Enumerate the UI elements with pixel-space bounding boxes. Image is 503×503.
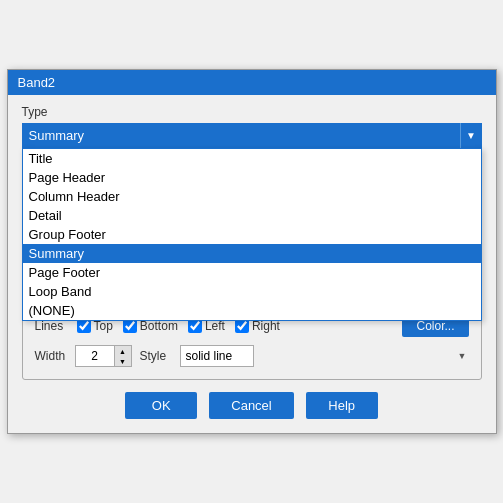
frame-left-label[interactable]: Left (205, 319, 225, 333)
width-input[interactable] (75, 345, 115, 367)
window-title: Band2 (18, 75, 56, 90)
lines-label: Lines (35, 319, 67, 333)
spinner-up-button[interactable]: ▲ (115, 346, 131, 356)
dropdown-item-page-footer[interactable]: Page Footer (23, 263, 481, 282)
ok-button[interactable]: OK (125, 392, 197, 419)
dropdown-item-title[interactable]: Title (23, 149, 481, 168)
cancel-button[interactable]: Cancel (209, 392, 293, 419)
width-style-row: Width ▲ ▼ Style solid line dashed line d… (35, 345, 469, 367)
dropdown-item-group-footer[interactable]: Group Footer (23, 225, 481, 244)
dropdown-item-summary[interactable]: Summary (23, 244, 481, 263)
frame-bottom-label[interactable]: Bottom (140, 319, 178, 333)
frame-bottom-checkbox[interactable] (123, 319, 137, 333)
width-label: Width (35, 349, 67, 363)
help-button[interactable]: Help (306, 392, 378, 419)
type-dropdown-list: Title Page Header Column Header Detail G… (22, 148, 482, 321)
dialog-window: Band2 Type Summary ▼ Title Page Header C… (7, 69, 497, 434)
style-select[interactable]: solid line dashed line dotted line doubl… (180, 345, 254, 367)
frame-right-item: Right (235, 319, 280, 333)
width-input-container: ▲ ▼ (75, 345, 132, 367)
frame-left-checkbox[interactable] (188, 319, 202, 333)
type-dropdown-container: Summary ▼ Title Page Header Column Heade… (22, 123, 482, 148)
dropdown-item-loop-band[interactable]: Loop Band (23, 282, 481, 301)
frame-left-item: Left (188, 319, 225, 333)
type-dropdown[interactable]: Summary (22, 123, 482, 148)
style-select-container: solid line dashed line dotted line doubl… (180, 345, 469, 367)
spinner-down-button[interactable]: ▼ (115, 356, 131, 366)
dropdown-item-detail[interactable]: Detail (23, 206, 481, 225)
width-spinner: ▲ ▼ (115, 345, 132, 367)
frame-bottom-item: Bottom (123, 319, 178, 333)
dropdown-arrow-icon[interactable]: ▼ (460, 123, 482, 148)
dropdown-item-page-header[interactable]: Page Header (23, 168, 481, 187)
type-section: Type Summary ▼ Title Page Header Column … (22, 105, 482, 178)
dropdown-item-none[interactable]: (NONE) (23, 301, 481, 320)
type-label: Type (22, 105, 482, 119)
frame-top-item: Top (77, 319, 113, 333)
style-label: Style (140, 349, 172, 363)
frame-right-checkbox[interactable] (235, 319, 249, 333)
type-selected-value: Summary (29, 128, 85, 143)
frame-right-label[interactable]: Right (252, 319, 280, 333)
frame-top-label[interactable]: Top (94, 319, 113, 333)
frame-top-checkbox[interactable] (77, 319, 91, 333)
style-select-arrow-icon: ▼ (458, 351, 467, 361)
titlebar: Band2 (8, 70, 496, 95)
dialog-buttons: OK Cancel Help (22, 392, 482, 419)
dropdown-item-column-header[interactable]: Column Header (23, 187, 481, 206)
